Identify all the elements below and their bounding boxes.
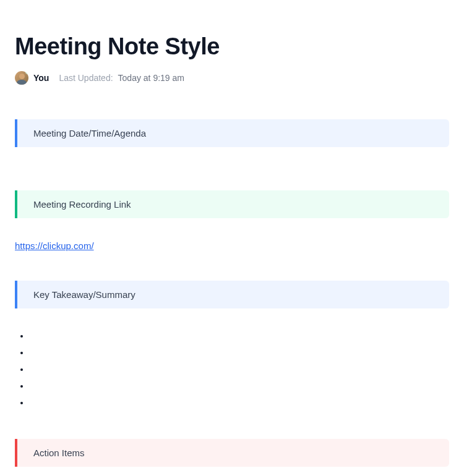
section-label: Meeting Date/Time/Agenda bbox=[33, 128, 146, 138]
list-item[interactable] bbox=[30, 364, 449, 381]
list-item[interactable] bbox=[30, 347, 449, 364]
section-banner-recording[interactable]: Meeting Recording Link bbox=[15, 190, 449, 218]
presence-indicator-icon bbox=[25, 71, 28, 74]
section-label: Key Takeaway/Summary bbox=[33, 289, 135, 300]
section-label: Action Items bbox=[33, 448, 85, 458]
list-item[interactable] bbox=[30, 381, 449, 397]
list-item[interactable] bbox=[30, 397, 449, 414]
section-banner-takeaways[interactable]: Key Takeaway/Summary bbox=[15, 281, 449, 308]
author-name[interactable]: You bbox=[33, 73, 49, 83]
updated-time: Today at 9:19 am bbox=[118, 73, 184, 83]
takeaway-list[interactable] bbox=[15, 331, 449, 414]
author-avatar[interactable] bbox=[15, 71, 28, 85]
recording-link[interactable]: https://clickup.com/ bbox=[15, 240, 94, 251]
list-item[interactable] bbox=[30, 331, 449, 347]
section-banner-date-agenda[interactable]: Meeting Date/Time/Agenda bbox=[15, 119, 449, 147]
page-title: Meeting Note Style bbox=[15, 33, 449, 60]
section-banner-actions[interactable]: Action Items bbox=[15, 439, 449, 467]
updated-label: Last Updated: bbox=[59, 73, 113, 83]
document-meta: You Last Updated: Today at 9:19 am bbox=[15, 71, 449, 85]
section-label: Meeting Recording Link bbox=[33, 199, 131, 210]
